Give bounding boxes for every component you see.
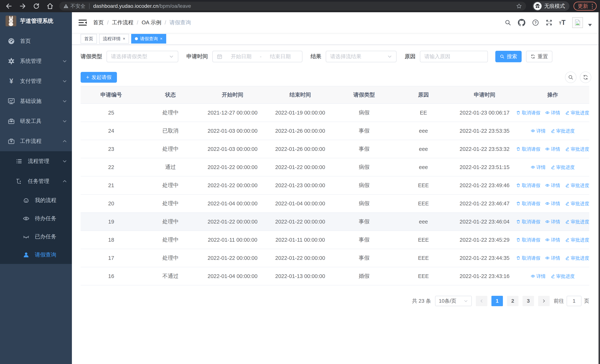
tab-process-detail[interactable]: 流程详情 × <box>99 34 129 44</box>
tab-home[interactable]: 首页 <box>81 34 97 44</box>
sidebar-item-home[interactable]: 首页 <box>0 31 72 51</box>
sidebar-item-system[interactable]: 系统管理 <box>0 51 72 71</box>
detail-link[interactable]: 详情 <box>531 273 546 279</box>
detail-link[interactable]: 详情 <box>545 182 560 188</box>
sidebar-item-workflow[interactable]: 工作流程 <box>0 131 72 151</box>
sidebar-item-task-mgmt[interactable]: 任务管理 <box>0 171 72 191</box>
reason-input[interactable]: 请输入原因 <box>420 51 488 62</box>
sidebar-item-todo-tasks[interactable]: 待办任务 <box>0 209 72 228</box>
sidebar-item-my-process[interactable]: 我的流程 <box>0 191 72 209</box>
page-button-1[interactable]: 1 <box>491 296 503 306</box>
progress-link[interactable]: 审批进度 <box>551 128 575 134</box>
reload-icon[interactable] <box>33 2 40 10</box>
progress-link[interactable]: 审批进度 <box>551 164 575 170</box>
trash-icon <box>516 111 521 115</box>
page-size-select[interactable]: 10条/页 <box>435 296 472 306</box>
security-warning-icon[interactable] <box>63 3 69 9</box>
detail-link[interactable]: 详情 <box>531 164 546 170</box>
home-icon[interactable] <box>46 2 54 10</box>
cell-apply-time: 2022-01-23 00:06:17 <box>453 110 516 116</box>
progress-link[interactable]: 审批进度 <box>565 201 589 207</box>
sidebar-item-label: 已办任务 <box>35 233 67 240</box>
prev-page-button[interactable] <box>476 296 487 306</box>
detail-link[interactable]: 详情 <box>545 201 560 207</box>
next-page-button[interactable] <box>538 296 550 306</box>
sidebar-item-infra[interactable]: 基础设施 <box>0 91 72 111</box>
detail-link[interactable]: 详情 <box>545 255 560 261</box>
github-icon[interactable] <box>518 19 525 26</box>
chevron-up-icon <box>62 139 67 144</box>
search-icon[interactable] <box>505 19 511 26</box>
cancel-leave-link[interactable]: 取消请假 <box>516 255 540 261</box>
hide-search-icon[interactable] <box>565 72 576 83</box>
leave-type-select[interactable]: 请选择请假类型 <box>107 51 178 62</box>
progress-link[interactable]: 审批进度 <box>565 182 589 188</box>
table-row: 21 处理中 2022-01-22 00:00:00 2022-01-23 00… <box>81 177 589 195</box>
progress-link[interactable]: 审批进度 <box>551 273 575 279</box>
close-icon[interactable]: × <box>123 37 125 41</box>
reset-button[interactable]: 重置 <box>526 51 552 62</box>
pen-icon <box>565 147 569 151</box>
user-avatar[interactable] <box>572 17 583 28</box>
toolbox-icon <box>7 118 16 125</box>
user-icon <box>22 252 30 258</box>
cancel-leave-link[interactable]: 取消请假 <box>516 201 540 207</box>
progress-link[interactable]: 审批进度 <box>565 255 589 261</box>
detail-link[interactable]: 详情 <box>545 219 560 225</box>
tab-leave-query[interactable]: 请假查询 × <box>131 34 166 44</box>
back-icon[interactable] <box>5 2 13 10</box>
detail-link[interactable]: 详情 <box>545 110 560 116</box>
sidebar-item-done-tasks[interactable]: 已办任务 <box>0 228 72 246</box>
dashboard-icon <box>7 38 16 45</box>
progress-link[interactable]: 审批进度 <box>565 219 589 225</box>
app-logo-row[interactable]: 芋道管理系统 <box>0 12 72 30</box>
cell-status: 处理中 <box>142 200 199 207</box>
search-button[interactable]: 搜索 <box>495 51 522 62</box>
result-select[interactable]: 请选择流结果 <box>326 51 396 62</box>
cancel-leave-link[interactable]: 取消请假 <box>516 110 540 116</box>
cancel-leave-link[interactable]: 取消请假 <box>516 146 540 152</box>
breadcrumb-item[interactable]: OA 示例 <box>141 19 161 26</box>
browser-menu-icon[interactable] <box>591 3 593 9</box>
detail-link[interactable]: 详情 <box>545 146 560 152</box>
browser-update-button[interactable]: 更新 <box>573 2 597 10</box>
table-toolbar: + 发起请假 <box>81 72 591 83</box>
date-start-placeholder[interactable]: 开始日期 <box>224 53 259 60</box>
sidebar-item-payment[interactable]: ¥ 支付管理 <box>0 71 72 91</box>
progress-link[interactable]: 审批进度 <box>565 110 589 116</box>
progress-link[interactable]: 审批进度 <box>565 146 589 152</box>
breadcrumb-item[interactable]: 首页 <box>93 19 104 26</box>
address-bar[interactable]: 不安全 dashboard.yudao.iocoder.cn/bpm/oa/le… <box>59 2 526 10</box>
detail-link[interactable]: 详情 <box>545 237 560 243</box>
help-icon[interactable]: ? <box>532 19 539 26</box>
sidebar-item-leave-query[interactable]: 请假查询 <box>0 246 72 264</box>
cancel-leave-link[interactable]: 取消请假 <box>516 182 540 188</box>
page-unit-label: 页 <box>584 298 589 305</box>
font-size-icon[interactable]: TT <box>559 20 565 26</box>
browser-scrollbar[interactable] <box>599 12 600 364</box>
create-leave-button[interactable]: + 发起请假 <box>81 72 117 83</box>
avatar-dropdown-icon[interactable] <box>588 24 592 26</box>
gear-icon <box>7 58 16 65</box>
fullscreen-icon[interactable] <box>546 19 552 26</box>
bookmark-star-icon[interactable] <box>516 3 522 9</box>
close-icon[interactable]: × <box>160 37 162 41</box>
date-end-placeholder[interactable]: 结束日期 <box>263 53 298 60</box>
breadcrumb-item[interactable]: 工作流程 <box>112 19 133 26</box>
cell-id: 18 <box>81 237 142 243</box>
eye-icon <box>531 274 535 278</box>
page-button-3[interactable]: 3 <box>523 296 534 306</box>
progress-link[interactable]: 审批进度 <box>565 237 589 243</box>
cancel-leave-link[interactable]: 取消请假 <box>516 219 540 225</box>
cell-leave-type: 病假 <box>335 182 394 189</box>
goto-page-input[interactable] <box>567 296 581 306</box>
apply-time-range-picker[interactable]: 开始日期 - 结束日期 <box>212 51 302 62</box>
forward-icon[interactable] <box>19 2 26 10</box>
detail-link[interactable]: 详情 <box>531 128 546 134</box>
refresh-table-icon[interactable] <box>580 72 591 83</box>
sidebar-collapse-icon[interactable] <box>79 19 87 26</box>
page-button-2[interactable]: 2 <box>507 296 518 306</box>
sidebar-item-process-mgmt[interactable]: 流程管理 <box>0 151 72 171</box>
cancel-leave-link[interactable]: 取消请假 <box>516 237 540 243</box>
sidebar-item-devtools[interactable]: 研发工具 <box>0 111 72 131</box>
